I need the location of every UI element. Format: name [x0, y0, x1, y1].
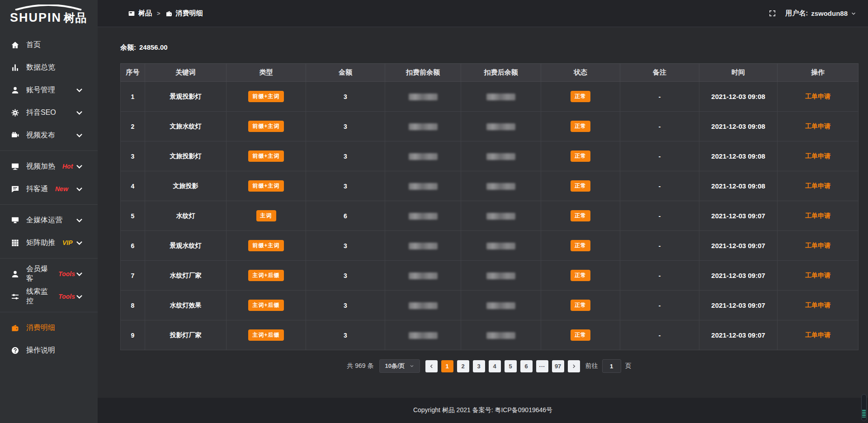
ellipsis-button[interactable]: ···	[536, 360, 548, 372]
masked-balance-before	[409, 123, 438, 130]
page-button[interactable]: 97	[552, 360, 564, 372]
work-order-link[interactable]: 工单申请	[805, 122, 830, 130]
chevron-down-icon	[851, 11, 856, 16]
cell-keyword: 文旅投影	[145, 171, 226, 201]
page-button[interactable]: 3	[473, 360, 485, 372]
logo-text: SHUPIN	[10, 11, 61, 24]
cell-action: 工单申请	[778, 201, 859, 231]
logo: SHUPIN 树品	[0, 0, 98, 27]
cell-amount: 3	[306, 171, 385, 201]
page-button[interactable]: 5	[505, 360, 517, 372]
table-header: 序号关键词类型金额扣费前余额扣费后余额状态备注时间操作	[121, 64, 859, 82]
cell-balance-before	[385, 231, 461, 261]
cell-action: 工单申请	[778, 82, 859, 112]
scrollbar-widget[interactable]	[861, 394, 867, 421]
sidebar-item-badge: Tools	[58, 293, 75, 300]
page-list: 123456···97	[425, 360, 580, 372]
breadcrumb-item-shupin[interactable]: 树品	[128, 9, 152, 18]
sidebar-item-doukertong[interactable]: 抖客通New	[0, 178, 98, 200]
wallet-icon	[165, 10, 173, 17]
cell-time: 2021-12-03 09:07	[699, 201, 778, 231]
sidebar-item-video-heating[interactable]: 视频加热Hot	[0, 155, 98, 178]
page-button[interactable]: 1	[441, 360, 453, 372]
cell-time: 2021-12-03 09:08	[699, 171, 778, 201]
masked-balance-after	[486, 183, 515, 190]
work-order-link[interactable]: 工单申请	[805, 152, 830, 160]
table-row: 4文旅投影前缀+主词3正常-2021-12-03 09:08工单申请	[121, 171, 859, 201]
cell-type: 主词+后缀	[226, 261, 306, 291]
sidebar-item-matrix-boost[interactable]: 矩阵助推VIP	[0, 231, 98, 254]
type-badge: 主词+后缀	[248, 300, 283, 311]
balance-value: 24856.00	[139, 43, 168, 51]
next-page-button[interactable]	[568, 360, 580, 372]
work-order-link[interactable]: 工单申请	[805, 272, 830, 279]
goto-page-input[interactable]	[602, 359, 621, 373]
work-order-link[interactable]: 工单申请	[805, 301, 830, 309]
tv-icon	[11, 162, 19, 171]
sidebar-item-douyin-seo[interactable]: 抖音SEO	[0, 101, 98, 124]
cell-keyword: 文旅投影灯	[145, 141, 226, 171]
masked-balance-before	[409, 243, 438, 249]
sidebar-item-badge: Hot	[62, 163, 73, 170]
table-row: 2文旅水纹灯前缀+主词3正常-2021-12-03 09:08工单申请	[121, 112, 859, 141]
page-button[interactable]: 2	[457, 360, 469, 372]
prev-page-button[interactable]	[425, 360, 438, 372]
sidebar-item-video-publish[interactable]: 视频发布	[0, 124, 98, 146]
cell-index: 5	[121, 201, 145, 231]
status-badge: 正常	[571, 300, 590, 311]
work-order-link[interactable]: 工单申请	[805, 93, 830, 100]
sidebar-item-consumption-detail[interactable]: 消费明细	[0, 316, 98, 339]
sidebar-divider	[0, 150, 98, 151]
cell-note: -	[620, 291, 699, 320]
column-header: 类型	[226, 64, 306, 82]
masked-balance-after	[486, 273, 515, 279]
member-icon	[11, 270, 19, 278]
page-size-select[interactable]: 10条/页	[379, 359, 420, 373]
masked-balance-before	[409, 273, 438, 279]
cell-time: 2021-12-03 09:07	[699, 261, 778, 291]
sidebar-item-lead-monitor[interactable]: 线索监控Tools	[0, 285, 98, 308]
status-badge: 正常	[571, 91, 590, 102]
cell-time: 2021-12-03 09:08	[699, 82, 778, 112]
sidebar-item-label: 账号管理	[26, 85, 55, 95]
page-button[interactable]: 6	[520, 360, 533, 372]
work-order-link[interactable]: 工单申请	[805, 242, 830, 249]
cell-keyword: 文旅水纹灯	[145, 112, 226, 141]
wallet-icon	[11, 324, 19, 332]
work-order-link[interactable]: 工单申请	[805, 331, 830, 338]
cell-index: 3	[121, 141, 145, 171]
cell-balance-before	[385, 82, 461, 112]
monitor-icon	[11, 216, 19, 225]
breadcrumb-separator: >	[157, 10, 160, 17]
type-badge: 主词	[256, 210, 276, 221]
video-icon	[11, 131, 19, 140]
sidebar-item-data-overview[interactable]: 数据总览	[0, 56, 98, 79]
fullscreen-icon[interactable]	[769, 9, 776, 17]
main-area: 树品>消费明细 用户名: zswodun88 余额:24856.00 序号关键词…	[98, 0, 868, 423]
masked-balance-after	[486, 302, 515, 309]
work-order-link[interactable]: 工单申请	[805, 182, 830, 189]
sidebar-item-member-burst[interactable]: 会员爆客Tools	[0, 263, 98, 285]
user-menu[interactable]: 用户名: zswodun88	[785, 9, 856, 18]
cell-status: 正常	[541, 82, 620, 112]
masked-balance-after	[486, 213, 515, 220]
cell-balance-after	[461, 141, 541, 171]
sidebar-item-home[interactable]: 首页	[0, 33, 98, 56]
cell-status: 正常	[541, 291, 620, 320]
chevron-down-icon	[75, 131, 84, 140]
cell-type: 前缀+主词	[226, 231, 306, 261]
work-order-link[interactable]: 工单申请	[805, 212, 830, 219]
cell-note: -	[620, 82, 699, 112]
breadcrumb-item-consumption-detail[interactable]: 消费明细	[165, 9, 203, 18]
cell-balance-after	[461, 261, 541, 291]
cell-status: 正常	[541, 201, 620, 231]
content: 余额:24856.00 序号关键词类型金额扣费前余额扣费后余额状态备注时间操作 …	[98, 27, 868, 398]
sidebar-item-operation-guide[interactable]: 操作说明	[0, 339, 98, 362]
pagination: 共 969 条 10条/页 123456···97 前往 页	[120, 359, 858, 373]
cell-index: 2	[121, 112, 145, 141]
cell-time: 2021-12-03 09:08	[699, 112, 778, 141]
cell-amount: 3	[306, 291, 385, 320]
page-button[interactable]: 4	[489, 360, 501, 372]
sidebar-item-account-management[interactable]: 账号管理	[0, 79, 98, 101]
sidebar-item-all-media-operation[interactable]: 全媒体运营	[0, 209, 98, 231]
